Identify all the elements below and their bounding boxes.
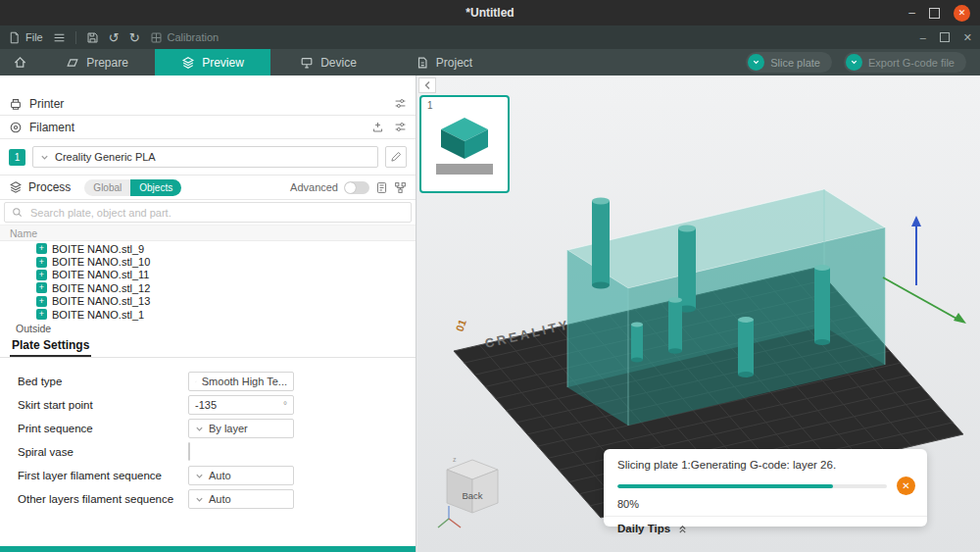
pencil-icon [390,151,402,163]
object-icon: + [36,270,47,280]
home-tab[interactable] [0,49,39,75]
file-menu[interactable]: File [8,31,43,44]
chevron-down-icon [752,58,760,67]
app-window: *Untitled – ✕ File ↺ ↻ Calibration – ✕ [0,0,980,552]
save-icon [86,31,99,44]
search-row [0,200,416,226]
daily-tips-toggle[interactable]: Daily Tips [604,517,927,540]
plate-settings-form: Bed type Smooth High Te... Skirt start p… [0,358,416,511]
printer-settings-button[interactable] [394,97,407,110]
titlebar: *Untitled – ✕ [0,0,980,25]
process-tree-button[interactable] [394,181,407,194]
spiral-vase-checkbox[interactable] [188,442,190,461]
tab-preview[interactable]: Preview [155,49,270,75]
panel-bottom-accent [0,546,416,552]
menubar-separator [75,31,76,44]
parameter-table-button[interactable] [375,181,388,194]
menu-list-icon [53,31,66,44]
export-options-dropdown[interactable] [846,54,862,71]
first-layer-sequence-select[interactable]: Auto [188,466,294,485]
redo-button[interactable]: ↻ [129,31,140,44]
object-tree: +BOITE NANO.stl_9 +BOITE NANO.stl_10 +BO… [0,241,416,322]
object-icon: + [36,257,47,268]
tab-project[interactable]: Project [386,49,502,75]
tree-item[interactable]: +BOITE NANO.stl_1 [0,308,416,321]
model-pillar [814,265,830,345]
window-title: *Untitled [466,6,514,20]
export-gcode-button[interactable]: Export G-code file [844,52,966,73]
scope-global-button[interactable]: Global [84,179,130,196]
model-pillar [631,323,643,363]
undo-button[interactable]: ↺ [109,31,120,44]
calibration-icon [150,31,163,44]
printer-section-header[interactable]: Printer [0,92,416,116]
model-pillar [668,297,682,353]
filament-slot-badge: 1 [9,149,25,166]
chevron-left-icon [423,80,431,90]
nav-actions: Slice plate Export G-code file [746,49,980,75]
tree-item[interactable]: +BOITE NANO.stl_11 [0,269,416,281]
cancel-slicing-button[interactable]: ✕ [897,477,915,495]
tab-device[interactable]: Device [270,49,386,75]
filament-section-header[interactable]: Filament [0,116,416,139]
form-row: Other layers filament sequence Auto [0,487,416,511]
other-layers-sequence-select[interactable]: Auto [188,489,294,509]
slicing-progress-card: Slicing plate 1:Generating G-code: layer… [604,449,927,527]
form-row: Print sequence By layer [0,417,416,440]
child-minimize-button[interactable]: – [920,31,926,43]
orientation-cube[interactable]: Back z [435,450,510,536]
plate-thumbnail[interactable]: 1 [419,95,510,193]
axis-tripod-icon [438,506,461,527]
object-icon: + [36,282,47,293]
minimize-button[interactable]: – [908,6,915,20]
tree-item[interactable]: +BOITE NANO.stl_13 [0,295,416,308]
chevron-down-icon [40,153,49,162]
tree-item[interactable]: +BOITE NANO.stl_9 [0,242,416,255]
slicing-status-text: Slicing plate 1:Generating G-code: layer… [604,449,927,477]
filament-select[interactable]: Creality Generic PLA [32,146,378,168]
print-sequence-select[interactable]: By layer [188,419,294,438]
first-layer-sequence-label: First layer filament sequence [0,470,188,481]
parameter-table-icon [375,181,388,194]
tree-item[interactable]: +BOITE NANO.stl_10 [0,255,416,268]
search-box[interactable] [4,202,412,223]
plate-settings-tab[interactable]: Plate Settings [10,338,91,357]
print-sequence-label: Print sequence [0,423,188,434]
scope-objects-button[interactable]: Objects [130,179,181,196]
tab-prepare[interactable]: Prepare [39,49,155,75]
home-icon [13,55,27,70]
z-axis-label: z [453,456,457,463]
skirt-start-input[interactable] [195,399,264,411]
collapse-panel-button[interactable] [418,77,436,93]
progress-bar-track [617,484,887,488]
chevron-down-icon [195,495,204,504]
z-axis-arrowhead [911,216,921,226]
left-panel: Printer Filament 1 C [0,75,416,552]
advanced-toggle[interactable] [344,181,369,194]
bed-type-select[interactable]: Smooth High Te... [188,372,294,391]
maximize-button[interactable] [929,8,940,19]
slice-plate-button[interactable]: Slice plate [746,52,832,73]
tree-item[interactable]: +BOITE NANO.stl_12 [0,281,416,294]
slice-options-dropdown[interactable] [748,54,764,71]
chevron-down-icon [195,377,197,386]
search-input[interactable] [28,206,404,220]
close-icon: ✕ [958,8,966,18]
spiral-vase-label: Spiral vase [0,446,188,458]
calibration-menu[interactable]: Calibration [150,31,220,44]
edit-filament-button[interactable] [385,146,407,168]
close-button[interactable]: ✕ [954,5,970,22]
view-list-button[interactable] [53,31,66,44]
sliders-icon [394,121,407,133]
filament-settings-button[interactable] [394,121,407,133]
outside-group-label[interactable]: Outside [0,322,416,335]
model-pillar [592,198,610,289]
progress-percent-text: 80% [604,495,927,510]
save-button[interactable] [86,31,99,44]
plate-thumbnail-slab [436,164,493,175]
plate-thumbnail-cube [437,114,492,161]
add-filament-button[interactable] [371,121,384,133]
child-restore-button[interactable] [940,32,950,42]
other-layers-sequence-label: Other layers filament sequence [0,493,188,505]
child-close-button[interactable]: ✕ [963,31,972,44]
